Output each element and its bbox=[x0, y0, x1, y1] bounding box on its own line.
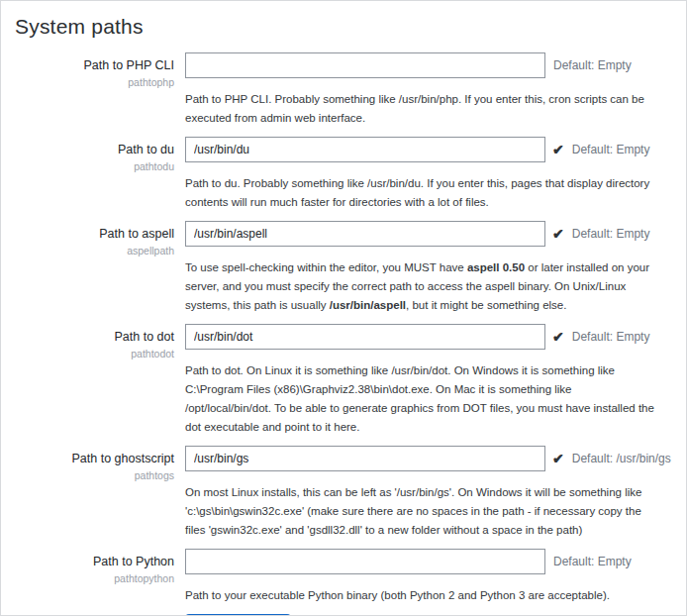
default-value-label: Default: Empty bbox=[572, 330, 650, 344]
input-line: Default: Empty bbox=[185, 52, 672, 78]
setting-description: Path to PHP CLI. Probably something like… bbox=[185, 90, 654, 128]
setting-code: pathtodot bbox=[15, 348, 174, 359]
setting-label-column: Path to aspell aspellpath bbox=[15, 221, 174, 315]
setting-label-column: Path to PHP CLI pathtophp bbox=[15, 52, 174, 128]
setting-label: Path to aspell bbox=[15, 226, 174, 242]
page-title: System paths bbox=[15, 15, 672, 39]
setting-row-pathtogs: Path to ghostscript pathtogs ✔ Default: … bbox=[15, 446, 672, 540]
setting-label: Path to ghostscript bbox=[15, 451, 174, 466]
setting-row-pathtopython: Path to Python pathtopython Default: Emp… bbox=[15, 549, 672, 605]
setting-description: Path to du. Probably something like /usr… bbox=[185, 174, 654, 212]
setting-content-column: ✔ Default: Empty Path to dot. On Linux i… bbox=[185, 324, 672, 437]
desc-text: To use spell-checking within the editor,… bbox=[185, 261, 467, 273]
setting-label: Path to du bbox=[15, 142, 174, 157]
aspellpath-input[interactable] bbox=[185, 221, 545, 247]
setting-code: pathtophp bbox=[15, 76, 174, 88]
setting-label: Path to dot bbox=[15, 329, 174, 345]
default-value-label: Default: Empty bbox=[553, 58, 632, 72]
setting-code: pathtogs bbox=[15, 469, 174, 481]
check-icon: ✔ bbox=[552, 330, 564, 344]
input-line: ✔ Default: Empty bbox=[185, 221, 672, 247]
check-icon: ✔ bbox=[552, 227, 564, 241]
pathtopython-input[interactable] bbox=[185, 549, 545, 574]
input-line: ✔ Default: /usr/bin/gs bbox=[185, 446, 672, 471]
setting-label-column: Path to ghostscript pathtogs bbox=[15, 446, 174, 540]
input-line: ✔ Default: Empty bbox=[185, 324, 672, 350]
setting-content-column: ✔ Default: /usr/bin/gs On most Linux ins… bbox=[185, 446, 672, 540]
input-line: ✔ Default: Empty bbox=[185, 137, 672, 162]
check-icon: ✔ bbox=[552, 452, 564, 465]
setting-content-column: ✔ Default: Empty Path to du. Probably so… bbox=[185, 137, 672, 212]
setting-row-pathtodu: Path to du pathtodu ✔ Default: Empty Pat… bbox=[15, 137, 672, 212]
default-value-label: Default: Empty bbox=[572, 143, 650, 156]
pathtodu-input[interactable] bbox=[185, 137, 545, 162]
desc-bold-text: /usr/bin/aspell bbox=[330, 299, 406, 311]
setting-description: Path to dot. On Linux it is something li… bbox=[185, 361, 654, 437]
setting-description: Path to your executable Python binary (b… bbox=[185, 586, 654, 605]
setting-content-column: ✔ Default: Empty To use spell-checking w… bbox=[185, 221, 672, 315]
pathtogs-input[interactable] bbox=[185, 446, 545, 471]
setting-label-column: Path to dot pathtodot bbox=[15, 324, 174, 437]
setting-content-column: Default: Empty Path to PHP CLI. Probably… bbox=[185, 52, 672, 128]
pathtodot-input[interactable] bbox=[185, 324, 545, 350]
desc-text: , but it might be something else. bbox=[406, 299, 566, 311]
system-paths-settings-page: System paths Path to PHP CLI pathtophp D… bbox=[0, 0, 687, 616]
default-value-label: Default: Empty bbox=[553, 555, 632, 568]
check-icon: ✔ bbox=[552, 143, 564, 156]
setting-code: aspellpath bbox=[15, 245, 174, 257]
setting-description: On most Linux installs, this can be left… bbox=[185, 483, 654, 540]
setting-label-column: Path to du pathtodu bbox=[15, 137, 174, 212]
setting-code: pathtopython bbox=[15, 572, 174, 584]
setting-description: To use spell-checking within the editor,… bbox=[185, 258, 654, 315]
setting-code: pathtodu bbox=[15, 160, 174, 172]
setting-row-aspellpath: Path to aspell aspellpath ✔ Default: Emp… bbox=[15, 221, 672, 315]
default-value-label: Default: /usr/bin/gs bbox=[572, 452, 671, 465]
setting-label: Path to PHP CLI bbox=[15, 57, 174, 73]
setting-label: Path to Python bbox=[15, 554, 174, 569]
setting-content-column: Default: Empty Path to your executable P… bbox=[185, 549, 672, 605]
setting-row-pathtodot: Path to dot pathtodot ✔ Default: Empty P… bbox=[15, 324, 672, 437]
setting-row-pathtophp: Path to PHP CLI pathtophp Default: Empty… bbox=[15, 52, 672, 128]
pathtophp-input[interactable] bbox=[185, 52, 545, 78]
setting-label-column: Path to Python pathtopython bbox=[15, 549, 174, 605]
default-value-label: Default: Empty bbox=[572, 227, 650, 241]
input-line: Default: Empty bbox=[185, 549, 672, 574]
desc-bold-text: aspell 0.50 bbox=[467, 261, 525, 273]
